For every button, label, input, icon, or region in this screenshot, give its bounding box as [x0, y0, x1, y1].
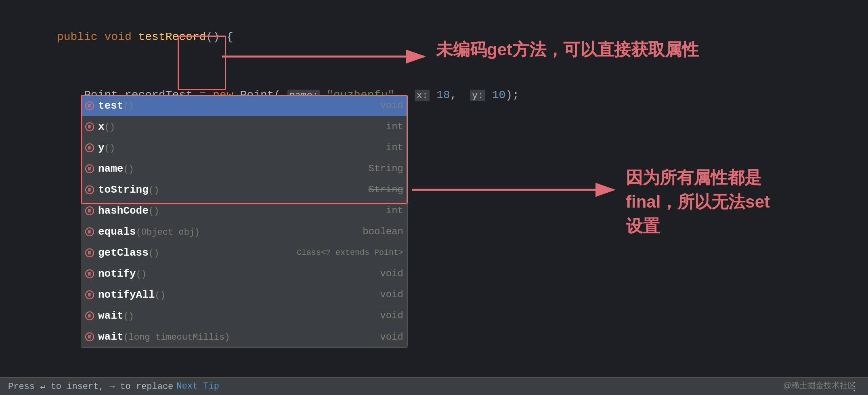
- method-icon-y: m: [85, 143, 94, 152]
- status-bar: Press ↵ to insert, → to replace Next Tip…: [0, 377, 868, 395]
- autocomplete-item-wait2[interactable]: m wait(long timeoutMillis) void: [81, 326, 407, 347]
- method-icon-test: m: [85, 101, 94, 110]
- insert-hint: Press ↵ to insert, → to replace: [8, 381, 173, 392]
- method-icon-name: m: [85, 164, 94, 173]
- method-icon-wait: m: [85, 311, 94, 320]
- annotation-line3: 设置: [626, 216, 660, 235]
- annotation-bottom-right: 因为所有属性都是 final，所以无法set 设置: [626, 166, 770, 238]
- item-type-getclass: Class<? extends Point>: [297, 248, 403, 257]
- autocomplete-item-x[interactable]: m x() int: [81, 116, 407, 137]
- item-name-wait: wait(): [98, 310, 376, 322]
- code-line-1: public void testRecord() {: [16, 8, 852, 66]
- item-name-equals: equals(Object obj): [98, 226, 359, 238]
- item-name-name: name(): [98, 163, 365, 175]
- item-name-hashcode: hashCode(): [98, 205, 382, 217]
- item-type-y: int: [386, 142, 403, 153]
- method-icon-getclass: m: [85, 248, 94, 257]
- method-icon-tostring: m: [85, 185, 94, 194]
- autocomplete-item-hashcode[interactable]: m hashCode() int: [81, 200, 407, 221]
- annotation-line2: final，所以无法set: [626, 192, 770, 211]
- item-type-notifyall: void: [380, 289, 403, 300]
- item-name-y: y(): [98, 142, 382, 154]
- item-name-getclass: getClass(): [98, 247, 293, 259]
- autocomplete-item-test[interactable]: m test() void: [81, 95, 407, 116]
- autocomplete-item-notifyall[interactable]: m notifyAll() void: [81, 284, 407, 305]
- item-type-notify: void: [380, 268, 403, 279]
- autocomplete-item-y[interactable]: m y() int: [81, 137, 407, 158]
- item-name-test: test(): [98, 100, 376, 112]
- autocomplete-item-getclass[interactable]: m getClass() Class<? extends Point>: [81, 242, 407, 263]
- autocomplete-item-equals[interactable]: m equals(Object obj) boolean: [81, 221, 407, 242]
- arrow-bottom: [408, 174, 622, 206]
- item-type-equals: boolean: [363, 226, 403, 237]
- autocomplete-item-tostring[interactable]: m toString() String: [81, 179, 407, 200]
- annotation-line1: 因为所有属性都是: [626, 168, 761, 187]
- annotation-top-right: 未编码get方法，可以直接获取属性: [436, 38, 699, 61]
- item-name-notify: notify(): [98, 268, 376, 280]
- method-icon-notifyall: m: [85, 290, 94, 299]
- watermark: @稀土掘金技术社区: [783, 380, 856, 391]
- autocomplete-item-name[interactable]: m name() String: [81, 158, 407, 179]
- item-name-wait2: wait(long timeoutMillis): [98, 331, 376, 343]
- item-type-name: String: [369, 163, 403, 174]
- item-name-notifyall: notifyAll(): [98, 289, 376, 301]
- autocomplete-item-wait[interactable]: m wait() void: [81, 305, 407, 326]
- method-icon-hashcode: m: [85, 206, 94, 215]
- item-type-wait: void: [380, 310, 403, 321]
- method-icon-notify: m: [85, 269, 94, 278]
- item-type-x: int: [386, 121, 403, 132]
- item-type-tostring: String: [369, 184, 403, 195]
- autocomplete-dropdown[interactable]: m test() void m x() int m y() int m name…: [81, 95, 408, 348]
- method-icon-equals: m: [85, 227, 94, 236]
- editor-area: public void testRecord() { Point recordT…: [0, 0, 868, 395]
- arrow-top: [218, 40, 432, 73]
- autocomplete-item-notify[interactable]: m notify() void: [81, 263, 407, 284]
- item-name-x: x(): [98, 121, 382, 133]
- method-icon-wait2: m: [85, 332, 94, 341]
- item-type-hashcode: int: [386, 205, 403, 216]
- method-icon-x: m: [85, 122, 94, 131]
- item-name-tostring: toString(): [98, 184, 365, 196]
- next-tip-button[interactable]: Next Tip: [176, 381, 219, 391]
- item-type-test: void: [380, 100, 403, 111]
- item-type-wait2: void: [380, 332, 403, 342]
